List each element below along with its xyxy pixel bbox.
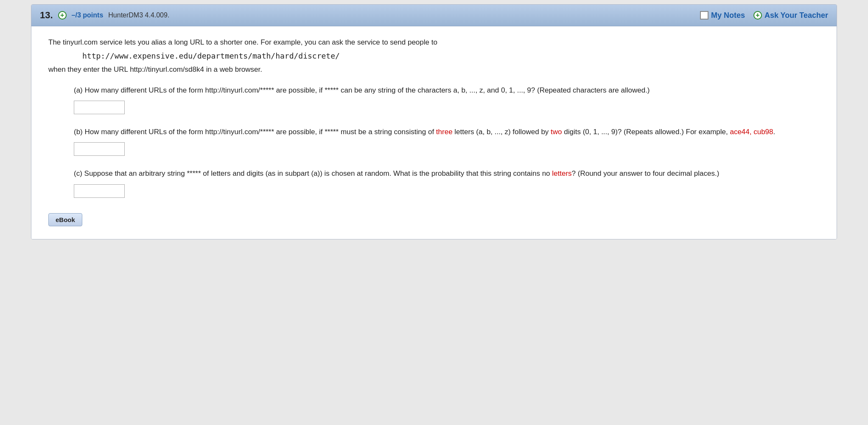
sub-question-a-text: (a) How many different URLs of the form … xyxy=(74,84,820,96)
question-header: 13. + –/3 points HunterDM3 4.4.009. My N… xyxy=(31,5,837,26)
question-number: 13. xyxy=(40,10,53,21)
header-right: My Notes + Ask Your Teacher xyxy=(700,11,828,20)
url-example: http://www.expensive.edu/departments/mat… xyxy=(82,51,820,60)
highlight-two: two xyxy=(551,128,562,136)
answer-input-b[interactable] xyxy=(74,142,125,156)
answer-input-c[interactable] xyxy=(74,184,125,198)
intro-text: The tinyurl.com service lets you alias a… xyxy=(48,37,820,48)
add-points-icon[interactable]: + xyxy=(58,11,67,20)
problem-id: HunterDM3 4.4.009. xyxy=(108,11,169,19)
sub-question-a: (a) How many different URLs of the form … xyxy=(74,84,820,114)
ebook-button[interactable]: eBook xyxy=(48,213,82,226)
highlight-three: three xyxy=(436,128,453,136)
sub-question-b-text: (b) How many different URLs of the form … xyxy=(74,126,820,138)
sub-question-b: (b) How many different URLs of the form … xyxy=(74,126,820,156)
sub-question-c-text: (c) Suppose that an arbitrary string ***… xyxy=(74,168,820,180)
my-notes-label: My Notes xyxy=(711,11,745,20)
question-container: 13. + –/3 points HunterDM3 4.4.009. My N… xyxy=(31,4,837,239)
header-left: 13. + –/3 points HunterDM3 4.4.009. xyxy=(40,10,169,21)
ask-teacher-icon: + xyxy=(753,11,762,20)
points-text: –/3 points xyxy=(72,11,104,19)
when-text: when they enter the URL http://tinyurl.c… xyxy=(48,64,820,75)
ask-teacher-button[interactable]: + Ask Your Teacher xyxy=(753,11,828,20)
highlight-letters: letters xyxy=(552,169,571,177)
my-notes-button[interactable]: My Notes xyxy=(700,11,745,20)
highlight-examples-b: ace44, cub98 xyxy=(730,128,773,136)
ask-teacher-label: Ask Your Teacher xyxy=(764,11,828,20)
answer-input-a[interactable] xyxy=(74,101,125,114)
notes-icon xyxy=(700,11,708,20)
sub-question-c: (c) Suppose that an arbitrary string ***… xyxy=(74,168,820,197)
question-body: The tinyurl.com service lets you alias a… xyxy=(31,26,837,239)
